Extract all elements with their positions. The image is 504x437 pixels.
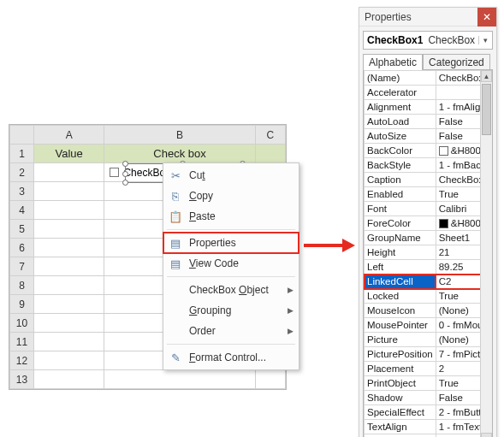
row-head-11[interactable]: 11 [10,333,34,351]
checkbox-icon[interactable] [110,168,119,177]
prop-row-backstyle[interactable]: BackStyle1 - fmBackSt [365,158,494,173]
prop-key: Placement [365,362,436,376]
row-head-2[interactable]: 2 [10,163,34,182]
row-head-9[interactable]: 9 [10,295,34,314]
menu-item-cbobject[interactable]: CheckBox Object▶ [163,280,299,300]
prop-key: (Name) [365,71,436,86]
menu-item-label: Paste [189,210,216,222]
prop-row-mousepointer[interactable]: MousePointer0 - fmMouse [365,318,494,333]
prop-row-alignment[interactable]: Alignment1 - fmAlignm [365,100,494,115]
properties-grid[interactable]: (Name)CheckBox1AcceleratorAlignment1 - f… [364,70,493,437]
menu-separator [167,344,295,345]
prop-row-linkedcell[interactable]: LinkedCellC2 [365,275,494,289]
menu-item-copy[interactable]: ⎘Copy [163,186,299,206]
row-head-1[interactable]: 1 [10,145,34,163]
svg-marker-1 [342,239,355,252]
blank-icon [167,323,184,339]
prop-row-autoload[interactable]: AutoLoadFalse [365,115,494,129]
cell-A3[interactable] [34,182,104,201]
row-head-13[interactable]: 13 [10,370,34,389]
prop-row-left[interactable]: Left89.25 [365,260,494,275]
prop-key: ForeColor [365,216,436,231]
prop-row-textalign[interactable]: TextAlign1 - fmTextAl [365,420,494,434]
menu-item-label: Copy [189,190,213,202]
context-menu: ✂Cut⎘Copy📋Paste▤Properties▤View CodeChec… [163,162,299,370]
select-all-corner[interactable] [10,126,34,145]
menu-item-paste[interactable]: 📋Paste [163,206,299,227]
prop-row-picture[interactable]: Picture(None) [365,333,494,347]
blank-icon [167,282,184,298]
prop-key: LinkedCell [365,275,436,289]
object-selector[interactable]: CheckBox1 CheckBox ▾ [363,31,493,50]
format-icon: ✎ [167,350,184,365]
prop-row-top[interactable]: Top16.5 [365,434,494,438]
close-button[interactable]: ✕ [477,8,496,27]
color-swatch-icon [439,219,448,228]
chevron-down-icon[interactable]: ▾ [478,36,492,44]
prop-row-enabled[interactable]: EnabledTrue [365,187,494,202]
col-head-B[interactable]: B [104,126,255,145]
tab-categorized[interactable]: Categorized [423,54,490,70]
tab-alphabetic[interactable]: Alphabetic [363,54,423,70]
menu-item-viewcode[interactable]: ▤View Code [163,253,299,274]
row-head-4[interactable]: 4 [10,201,34,220]
prop-row-caption[interactable]: CaptionCheckBox1 [365,173,494,187]
prop-key: TextAlign [365,420,436,434]
menu-item-format[interactable]: ✎Format Control... [163,347,299,368]
menu-item-grouping[interactable]: Grouping▶ [163,300,299,321]
prop-key: Picture [365,333,436,347]
prop-row-printobject[interactable]: PrintObjectTrue [365,376,494,391]
row-head-5[interactable]: 5 [10,220,34,239]
row-head-12[interactable]: 12 [10,351,34,370]
cell-C1[interactable] [255,145,285,163]
scroll-thumb[interactable] [482,84,491,135]
prop-key: Shadow [365,391,436,405]
prop-row-forecolor[interactable]: ForeColor&H80000 [365,216,494,231]
prop-row-locked[interactable]: LockedTrue [365,289,494,304]
prop-row-groupname[interactable]: GroupNameSheet1 [365,231,494,245]
prop-row-placement[interactable]: Placement2 [365,362,494,376]
paste-icon: 📋 [167,209,184,224]
prop-key: Caption [365,173,436,187]
scroll-down-icon[interactable]: ▼ [481,433,492,437]
submenu-arrow-icon: ▶ [288,286,294,294]
prop-key: Left [365,260,436,275]
properties-titlebar[interactable]: Properties ✕ [359,8,496,27]
cell-A1[interactable]: Value [34,145,104,163]
cell-B1[interactable]: Check box [104,145,255,163]
prop-row-shadow[interactable]: ShadowFalse [365,391,494,405]
prop-row-autosize[interactable]: AutoSizeFalse [365,129,494,144]
menu-separator [167,229,295,230]
prop-row-name[interactable]: (Name)CheckBox1 [365,71,494,86]
prop-row-font[interactable]: FontCalibri [365,202,494,216]
properties-panel: Properties ✕ CheckBox1 CheckBox ▾ Alphab… [359,7,497,437]
prop-row-backcolor[interactable]: BackColor&H80000 [365,144,494,158]
prop-row-height[interactable]: Height21 [365,245,494,260]
row-head-8[interactable]: 8 [10,276,34,295]
prop-row-specialeffect[interactable]: SpecialEffect2 - fmButton [365,405,494,420]
scroll-up-icon[interactable]: ▲ [481,70,492,82]
row-head-10[interactable]: 10 [10,314,34,333]
scrollbar[interactable]: ▲ ▼ [480,70,492,437]
prop-row-mouseicon[interactable]: MouseIcon(None) [365,304,494,318]
menu-item-label: Format Control... [189,351,266,363]
cell-A2[interactable] [34,163,104,182]
col-head-C[interactable]: C [255,126,285,145]
col-head-A[interactable]: A [34,126,104,145]
prop-row-accelerator[interactable]: Accelerator [365,86,494,100]
menu-item-label: View Code [189,257,239,269]
menu-item-cut[interactable]: ✂Cut [163,165,299,186]
row-head-3[interactable]: 3 [10,182,34,201]
menu-item-label: Order [189,325,216,337]
menu-item-order[interactable]: Order▶ [163,321,299,341]
row-head-6[interactable]: 6 [10,239,34,257]
prop-key: PrintObject [365,376,436,391]
menu-item-properties[interactable]: ▤Properties [163,233,299,253]
prop-key: MousePointer [365,318,436,333]
arrow-icon [304,237,355,254]
prop-key: PicturePosition [365,347,436,362]
scissors-icon: ✂ [167,168,184,183]
row-head-7[interactable]: 7 [10,257,34,276]
prop-row-pictureposition[interactable]: PicturePosition7 - fmPicture [365,347,494,362]
props-icon: ▤ [167,235,184,251]
